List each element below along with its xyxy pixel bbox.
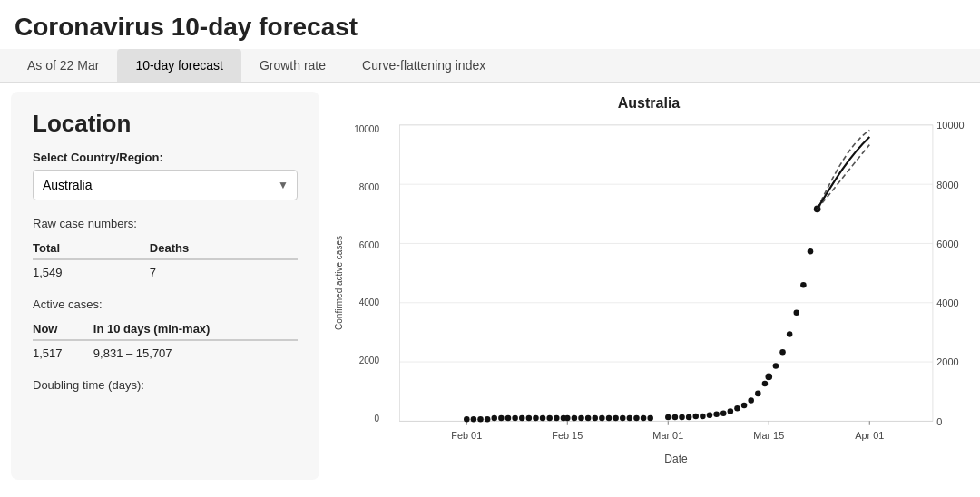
now-value: 1,517 [33, 340, 93, 364]
tab-curve-flattening[interactable]: Curve-flattening index [344, 49, 504, 82]
svg-point-20 [485, 416, 491, 423]
table-row: 1,517 9,831 – 15,707 [33, 340, 298, 364]
deaths-value: 7 [150, 259, 298, 283]
raw-cases-table: Total Deaths 1,549 7 [33, 238, 298, 283]
svg-point-39 [612, 415, 619, 422]
svg-point-52 [713, 411, 720, 417]
svg-point-19 [477, 416, 484, 423]
table-row: 1,549 7 [33, 259, 298, 283]
col-deaths-header: Deaths [150, 238, 298, 259]
svg-point-50 [700, 414, 706, 420]
svg-point-25 [519, 415, 525, 422]
svg-text:10000: 10000 [936, 120, 964, 131]
doubling-time-label: Doubling time (days): [33, 378, 298, 392]
chart-area: Australia Confirmed active cases 0 2000 … [328, 92, 969, 480]
svg-text:8000: 8000 [936, 180, 958, 190]
svg-point-28 [540, 415, 546, 422]
svg-point-33 [572, 415, 578, 422]
svg-point-21 [492, 415, 498, 422]
svg-point-66 [808, 248, 814, 255]
svg-point-27 [533, 415, 539, 422]
sidebar: Location Select Country/Region: Australi… [11, 92, 319, 480]
svg-text:Feb 15: Feb 15 [552, 430, 583, 441]
svg-point-24 [512, 415, 518, 422]
country-label: Select Country/Region: [33, 151, 298, 164]
svg-point-32 [564, 415, 571, 422]
y-tick: 6000 [348, 240, 379, 250]
svg-point-63 [787, 331, 793, 337]
col-total-header: Total [33, 238, 150, 259]
svg-point-53 [720, 410, 727, 416]
main-content: Location Select Country/Region: Australi… [0, 83, 980, 489]
minmax-value: 9,831 – 15,707 [93, 340, 298, 364]
y-tick: 0 [348, 414, 379, 424]
y-tick: 4000 [348, 297, 379, 307]
sidebar-title: Location [33, 110, 298, 138]
y-tick: 10000 [348, 124, 379, 134]
country-select-wrapper: Australia ▼ [33, 170, 298, 200]
country-select[interactable]: Australia [33, 170, 298, 200]
total-value: 1,549 [33, 259, 150, 283]
col-now-header: Now [33, 318, 93, 340]
svg-point-54 [728, 408, 734, 414]
svg-point-61 [773, 363, 779, 369]
svg-point-64 [794, 309, 800, 316]
chart-svg: Feb 01 Feb 15 Mar 01 Mar 15 Apr 01 [383, 115, 969, 451]
svg-text:4000: 4000 [936, 297, 958, 308]
x-axis-label: Date [664, 453, 687, 465]
page-title: Coronavirus 10-day forecast [0, 0, 980, 49]
svg-point-42 [633, 415, 640, 422]
svg-point-26 [526, 415, 533, 422]
svg-point-51 [707, 413, 713, 419]
svg-point-35 [585, 415, 592, 422]
svg-point-56 [741, 403, 748, 409]
tab-bar: As of 22 Mar 10-day forecast Growth rate… [0, 49, 980, 83]
svg-point-58 [755, 391, 761, 397]
chart-title: Australia [618, 95, 680, 112]
tab-as-of-22-mar[interactable]: As of 22 Mar [9, 49, 117, 82]
svg-point-36 [593, 415, 599, 422]
svg-text:Mar 15: Mar 15 [753, 430, 784, 441]
y-tick: 2000 [348, 356, 379, 365]
svg-point-30 [554, 415, 560, 422]
col-minmax-header: In 10 days (min-max) [93, 318, 298, 340]
svg-point-38 [606, 415, 612, 422]
svg-point-62 [779, 349, 786, 356]
svg-point-41 [627, 415, 633, 422]
active-cases-section: Active cases: Now In 10 days (min-max) 1… [33, 297, 298, 364]
svg-rect-0 [399, 125, 933, 421]
svg-point-46 [672, 414, 679, 421]
svg-point-29 [546, 415, 553, 422]
tab-growth-rate[interactable]: Growth rate [241, 49, 344, 82]
svg-point-44 [647, 415, 653, 422]
svg-point-22 [498, 415, 505, 422]
svg-point-37 [599, 415, 605, 422]
y-tick: 8000 [348, 182, 379, 192]
svg-point-49 [693, 414, 700, 420]
svg-point-48 [686, 414, 692, 421]
svg-point-59 [762, 381, 769, 387]
svg-text:0: 0 [936, 416, 942, 427]
raw-cases-label: Raw case numbers: [33, 217, 298, 230]
svg-text:Feb 01: Feb 01 [451, 430, 482, 441]
svg-point-23 [505, 415, 512, 422]
y-axis-label-left: Confirmed active cases [334, 236, 344, 330]
svg-point-45 [665, 414, 671, 421]
svg-text:6000: 6000 [936, 239, 958, 249]
svg-point-17 [464, 416, 470, 423]
svg-point-65 [800, 282, 807, 288]
tab-10-day-forecast[interactable]: 10-day forecast [117, 49, 241, 82]
active-cases-label: Active cases: [33, 297, 298, 311]
svg-point-43 [641, 415, 647, 422]
svg-point-55 [734, 405, 740, 412]
svg-point-47 [679, 414, 685, 421]
svg-point-57 [748, 397, 754, 404]
svg-text:Mar 01: Mar 01 [652, 430, 683, 441]
svg-point-40 [620, 415, 626, 422]
svg-text:Apr 01: Apr 01 [855, 430, 884, 441]
svg-text:2000: 2000 [936, 356, 958, 367]
svg-point-34 [578, 415, 584, 422]
active-cases-table: Now In 10 days (min-max) 1,517 9,831 – 1… [33, 318, 298, 364]
svg-point-60 [765, 374, 772, 381]
svg-point-18 [471, 416, 477, 423]
